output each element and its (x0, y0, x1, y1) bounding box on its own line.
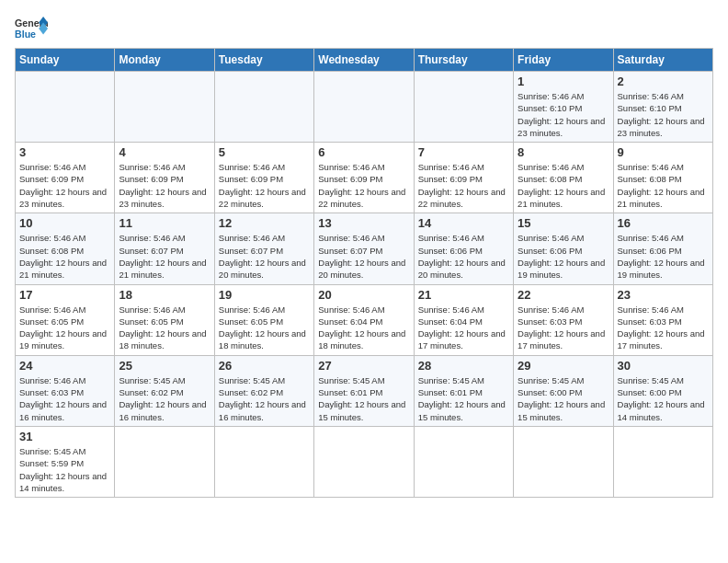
day-number: 9 (618, 145, 709, 159)
calendar-day-cell: 15Sunrise: 5:46 AM Sunset: 6:06 PM Dayli… (514, 213, 613, 284)
day-number: 31 (19, 430, 110, 443)
calendar-day-cell (314, 426, 414, 497)
calendar-day-cell (16, 72, 115, 143)
day-number: 17 (19, 288, 110, 302)
calendar-day-cell (314, 72, 414, 143)
day-of-week-header: Monday (115, 49, 214, 72)
day-info: Sunrise: 5:46 AM Sunset: 6:09 PM Dayligh… (219, 161, 310, 210)
day-of-week-header: Wednesday (314, 49, 414, 72)
calendar-week-row: 3Sunrise: 5:46 AM Sunset: 6:09 PM Daylig… (16, 143, 713, 213)
day-info: Sunrise: 5:46 AM Sunset: 6:08 PM Dayligh… (19, 232, 110, 281)
day-info: Sunrise: 5:46 AM Sunset: 6:05 PM Dayligh… (119, 304, 210, 352)
day-number: 1 (518, 75, 609, 88)
day-info: Sunrise: 5:46 AM Sunset: 6:06 PM Dayligh… (518, 232, 609, 281)
calendar-day-cell (414, 72, 513, 143)
day-info: Sunrise: 5:46 AM Sunset: 6:05 PM Dayligh… (19, 304, 110, 352)
day-info: Sunrise: 5:46 AM Sunset: 6:10 PM Dayligh… (518, 90, 609, 139)
calendar-day-cell (414, 426, 513, 497)
general-blue-logo-icon: General Blue (15, 15, 48, 42)
day-info: Sunrise: 5:46 AM Sunset: 6:04 PM Dayligh… (318, 304, 409, 352)
day-of-week-header: Tuesday (214, 49, 313, 72)
day-info: Sunrise: 5:46 AM Sunset: 6:04 PM Dayligh… (418, 304, 509, 352)
svg-text:Blue: Blue (15, 29, 36, 40)
day-number: 24 (19, 359, 110, 373)
day-info: Sunrise: 5:46 AM Sunset: 6:08 PM Dayligh… (618, 161, 709, 210)
day-number: 28 (418, 359, 509, 373)
calendar-day-cell: 7Sunrise: 5:46 AM Sunset: 6:09 PM Daylig… (414, 143, 513, 213)
calendar-day-cell: 29Sunrise: 5:45 AM Sunset: 6:00 PM Dayli… (514, 355, 613, 426)
day-number: 27 (318, 359, 409, 373)
day-number: 4 (119, 145, 210, 159)
day-number: 15 (518, 216, 609, 230)
calendar-day-cell: 10Sunrise: 5:46 AM Sunset: 6:08 PM Dayli… (16, 213, 115, 284)
day-info: Sunrise: 5:46 AM Sunset: 6:10 PM Dayligh… (618, 90, 709, 139)
calendar-day-cell: 22Sunrise: 5:46 AM Sunset: 6:03 PM Dayli… (514, 284, 613, 355)
calendar-day-cell: 24Sunrise: 5:46 AM Sunset: 6:03 PM Dayli… (16, 355, 115, 426)
day-number: 5 (219, 145, 310, 159)
calendar-day-cell (214, 426, 313, 497)
calendar-day-cell: 1Sunrise: 5:46 AM Sunset: 6:10 PM Daylig… (514, 72, 613, 143)
calendar-day-cell: 17Sunrise: 5:46 AM Sunset: 6:05 PM Dayli… (16, 284, 115, 355)
day-number: 16 (618, 216, 709, 230)
day-number: 29 (518, 359, 609, 373)
day-info: Sunrise: 5:46 AM Sunset: 6:09 PM Dayligh… (318, 161, 409, 210)
day-number: 14 (418, 216, 509, 230)
day-info: Sunrise: 5:45 AM Sunset: 5:59 PM Dayligh… (19, 445, 110, 494)
calendar-day-cell: 23Sunrise: 5:46 AM Sunset: 6:03 PM Dayli… (613, 284, 712, 355)
day-info: Sunrise: 5:46 AM Sunset: 6:06 PM Dayligh… (618, 232, 709, 281)
calendar-header-row: SundayMondayTuesdayWednesdayThursdayFrid… (16, 49, 713, 72)
day-info: Sunrise: 5:46 AM Sunset: 6:03 PM Dayligh… (19, 374, 110, 423)
day-info: Sunrise: 5:46 AM Sunset: 6:07 PM Dayligh… (219, 232, 310, 281)
calendar-day-cell: 27Sunrise: 5:45 AM Sunset: 6:01 PM Dayli… (314, 355, 414, 426)
day-info: Sunrise: 5:45 AM Sunset: 6:00 PM Dayligh… (618, 374, 709, 423)
calendar-day-cell: 26Sunrise: 5:45 AM Sunset: 6:02 PM Dayli… (214, 355, 313, 426)
day-info: Sunrise: 5:46 AM Sunset: 6:08 PM Dayligh… (518, 161, 609, 210)
day-number: 19 (219, 288, 310, 302)
calendar-day-cell: 18Sunrise: 5:46 AM Sunset: 6:05 PM Dayli… (115, 284, 214, 355)
calendar-day-cell: 4Sunrise: 5:46 AM Sunset: 6:09 PM Daylig… (115, 143, 214, 213)
calendar-day-cell: 25Sunrise: 5:45 AM Sunset: 6:02 PM Dayli… (115, 355, 214, 426)
day-number: 3 (19, 145, 110, 159)
day-number: 6 (318, 145, 409, 159)
day-number: 11 (119, 216, 210, 230)
day-number: 30 (618, 359, 709, 373)
day-info: Sunrise: 5:46 AM Sunset: 6:07 PM Dayligh… (119, 232, 210, 281)
calendar-day-cell: 28Sunrise: 5:45 AM Sunset: 6:01 PM Dayli… (414, 355, 513, 426)
calendar-day-cell: 2Sunrise: 5:46 AM Sunset: 6:10 PM Daylig… (613, 72, 712, 143)
calendar-day-cell: 3Sunrise: 5:46 AM Sunset: 6:09 PM Daylig… (16, 143, 115, 213)
day-number: 13 (318, 216, 409, 230)
day-info: Sunrise: 5:45 AM Sunset: 6:02 PM Dayligh… (219, 374, 310, 423)
day-number: 12 (219, 216, 310, 230)
calendar-table: SundayMondayTuesdayWednesdayThursdayFrid… (15, 48, 713, 498)
calendar-week-row: 10Sunrise: 5:46 AM Sunset: 6:08 PM Dayli… (16, 213, 713, 284)
day-info: Sunrise: 5:45 AM Sunset: 6:01 PM Dayligh… (318, 374, 409, 423)
day-of-week-header: Thursday (414, 49, 513, 72)
day-number: 18 (119, 288, 210, 302)
calendar-day-cell: 11Sunrise: 5:46 AM Sunset: 6:07 PM Dayli… (115, 213, 214, 284)
day-of-week-header: Friday (514, 49, 613, 72)
day-info: Sunrise: 5:46 AM Sunset: 6:03 PM Dayligh… (618, 304, 709, 352)
day-number: 2 (618, 75, 709, 88)
day-number: 22 (518, 288, 609, 302)
day-number: 26 (219, 359, 310, 373)
day-info: Sunrise: 5:45 AM Sunset: 6:01 PM Dayligh… (418, 374, 509, 423)
day-number: 25 (119, 359, 210, 373)
day-info: Sunrise: 5:46 AM Sunset: 6:09 PM Dayligh… (119, 161, 210, 210)
calendar-day-cell: 13Sunrise: 5:46 AM Sunset: 6:07 PM Dayli… (314, 213, 414, 284)
day-info: Sunrise: 5:46 AM Sunset: 6:07 PM Dayligh… (318, 232, 409, 281)
day-info: Sunrise: 5:45 AM Sunset: 6:00 PM Dayligh… (518, 374, 609, 423)
calendar-day-cell: 30Sunrise: 5:45 AM Sunset: 6:00 PM Dayli… (613, 355, 712, 426)
calendar-day-cell (115, 72, 214, 143)
calendar-day-cell: 14Sunrise: 5:46 AM Sunset: 6:06 PM Dayli… (414, 213, 513, 284)
calendar-week-row: 17Sunrise: 5:46 AM Sunset: 6:05 PM Dayli… (16, 284, 713, 355)
day-info: Sunrise: 5:46 AM Sunset: 6:05 PM Dayligh… (219, 304, 310, 352)
calendar-day-cell: 9Sunrise: 5:46 AM Sunset: 6:08 PM Daylig… (613, 143, 712, 213)
day-of-week-header: Saturday (613, 49, 712, 72)
day-info: Sunrise: 5:46 AM Sunset: 6:09 PM Dayligh… (19, 161, 110, 210)
day-info: Sunrise: 5:45 AM Sunset: 6:02 PM Dayligh… (119, 374, 210, 423)
day-number: 21 (418, 288, 509, 302)
day-info: Sunrise: 5:46 AM Sunset: 6:09 PM Dayligh… (418, 161, 509, 210)
calendar-day-cell: 12Sunrise: 5:46 AM Sunset: 6:07 PM Dayli… (214, 213, 313, 284)
day-number: 20 (318, 288, 409, 302)
calendar-day-cell: 20Sunrise: 5:46 AM Sunset: 6:04 PM Dayli… (314, 284, 414, 355)
